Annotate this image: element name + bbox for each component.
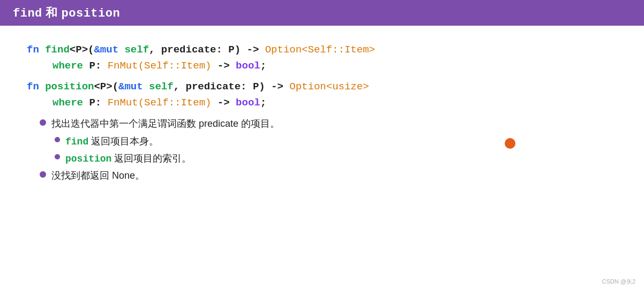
position-arrow: -> — [211, 97, 236, 109]
fn-keyword-1: fn — [27, 44, 45, 56]
bullet-dot-1 — [40, 119, 46, 126]
find-return-type: Option<Self::Item> — [265, 44, 375, 56]
sub-bullet-dot-find — [55, 137, 60, 142]
sub-bullet-dot-position — [55, 154, 60, 159]
code-block-position: fn position<P>(&mut self, predicate: P) … — [27, 79, 617, 111]
fn-keyword-2: fn — [27, 81, 45, 93]
find-self1: self — [124, 44, 149, 56]
header-bar: find 和 position — [0, 0, 644, 26]
find-label: find — [65, 136, 88, 147]
position-return-type: Option<usize> — [289, 81, 369, 93]
bullet-text-2: 没找到都返回 None。 — [51, 169, 145, 183]
find-arrow: -> — [211, 60, 236, 72]
position-params: , predicate: P) -> — [174, 81, 290, 93]
header-title: find 和 position — [13, 5, 120, 21]
code-block-find: fn find<P>(&mut self, predicate: P) -> O… — [27, 42, 617, 74]
find-where: where — [53, 60, 83, 72]
find-params1: , predicate: P) -> — [149, 44, 265, 56]
position-self: self — [149, 81, 174, 93]
find-mut1: &mut — [94, 44, 124, 56]
position-line2: where P: FnMut(Self::Item) -> bool; — [27, 95, 617, 111]
find-semi: ; — [260, 60, 266, 72]
find-fnmut: FnMut(Self::Item) — [108, 60, 212, 72]
find-line1: fn find<P>(&mut self, predicate: P) -> O… — [27, 42, 617, 58]
position-label: position — [65, 154, 111, 164]
position-line1: fn position<P>(&mut self, predicate: P) … — [27, 79, 617, 95]
position-semi: ; — [260, 97, 266, 109]
sub-bullet-item-position: position 返回项目的索引。 — [55, 151, 617, 166]
header-and-text: 和 — [46, 6, 61, 19]
watermark: CSDN @矢2 — [602, 278, 635, 286]
position-fnmut: FnMut(Self::Item) — [108, 97, 212, 109]
header-position-keyword: position — [62, 7, 121, 20]
position-generics: <P>( — [94, 81, 118, 93]
bullet-text-1: 找出迭代器中第一个满足谓词函数 predicate 的项目。 — [51, 117, 280, 131]
bullet-list: 找出迭代器中第一个满足谓词函数 predicate 的项目。 find 返回项目… — [40, 117, 617, 183]
bullet-dot-2 — [40, 171, 46, 178]
bullet-item-2: 没找到都返回 None。 — [40, 169, 617, 183]
find-bool: bool — [236, 60, 260, 72]
cursor-dot — [505, 138, 515, 149]
sub-bullet-text-position: position 返回项目的索引。 — [65, 151, 191, 166]
position-fn-name: position — [45, 81, 94, 93]
bullet-item-1: 找出迭代器中第一个满足谓词函数 predicate 的项目。 — [40, 117, 617, 131]
main-content: fn find<P>(&mut self, predicate: P) -> O… — [0, 26, 644, 290]
sub-bullet-text-find: find 返回项目本身。 — [65, 134, 159, 149]
sub-bullet-list: find 返回项目本身。 position 返回项目的索引。 — [55, 134, 617, 166]
find-fn-name: find — [45, 44, 70, 56]
find-sub-text: 返回项目本身。 — [91, 136, 159, 147]
position-bool: bool — [236, 97, 260, 109]
find-generics: <P>( — [70, 44, 94, 56]
position-where: where — [53, 97, 83, 109]
find-where-clause: P: — [83, 60, 108, 72]
header-find-keyword: find — [13, 7, 42, 20]
find-line2: where P: FnMut(Self::Item) -> bool; — [27, 58, 617, 74]
position-sub-text: 返回项目的索引。 — [114, 153, 191, 164]
position-mut: &mut — [118, 81, 149, 93]
sub-bullet-item-find: find 返回项目本身。 — [55, 134, 617, 149]
position-where-clause: P: — [83, 97, 108, 109]
